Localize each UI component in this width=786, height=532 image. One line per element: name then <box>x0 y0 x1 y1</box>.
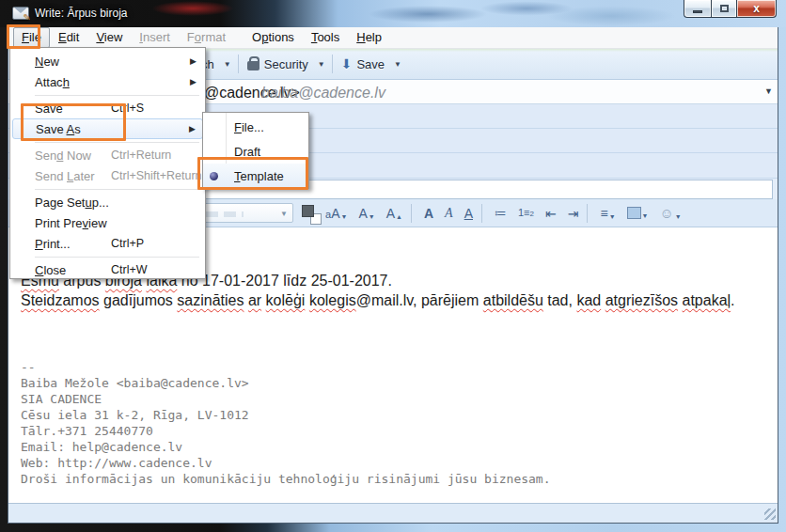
title-bar[interactable]: Write: Ārpus biroja <box>0 0 786 27</box>
menu-item-shortcut: Ctrl+Return <box>111 149 171 162</box>
menu-item-label: Page Setup... <box>35 196 111 210</box>
write-window: Write: Ārpus biroja x FileEditViewInsert… <box>0 0 786 532</box>
outdent-button[interactable]: ⇤ <box>542 205 560 222</box>
save-arrow-icon: ⬇ <box>341 57 353 70</box>
submenu-arrow-icon: ▶ <box>190 56 196 66</box>
signature-line: SIA CADENCE <box>21 392 778 408</box>
font-select-dropdown-arrow: ▼ <box>280 210 288 218</box>
annotation-box-save-as <box>21 103 126 141</box>
menu-item-label: Print Preview <box>35 216 111 230</box>
toolbar-separator <box>238 55 239 73</box>
message-text-segment: no 17-01-2017 līdz 25-01-2017. <box>177 273 392 289</box>
menu-item-label: Print... <box>35 237 111 251</box>
annotation-box-file <box>7 24 40 49</box>
message-text-segment: . <box>731 292 734 308</box>
save-button-label: Save <box>356 57 385 71</box>
menu-item-attach[interactable]: Attach▶ <box>12 71 203 92</box>
signature-line: Droši informācijas un komunikāciju tehno… <box>21 472 778 488</box>
menu-item-new[interactable]: New▶ <box>12 51 203 71</box>
signature-block: --Baiba Mežole <baiba@cadence.lv>SIA CAD… <box>21 360 778 488</box>
submenu-arrow-icon: ▶ <box>190 77 196 86</box>
menubar-item-format[interactable]: Format <box>179 27 234 48</box>
misspelled-word: atbildēšu <box>483 292 543 308</box>
minimize-button[interactable] <box>684 0 711 18</box>
smiley-icon: ☺ <box>660 206 674 220</box>
menu-item-shortcut: Ctrl+W <box>111 263 148 276</box>
italic-button[interactable]: A <box>441 205 457 222</box>
maximize-icon <box>720 5 729 12</box>
toolbar-separator <box>332 55 333 73</box>
message-line: Steidzamos gadījumos sazināties ar kolēģ… <box>21 292 778 312</box>
from-dropdown-arrow[interactable]: ▼ <box>764 86 773 96</box>
misspelled-word: atpakaļ <box>682 292 731 308</box>
menubar-item-help[interactable]: Help <box>348 27 390 48</box>
menu-item-label: Send Later <box>35 169 111 183</box>
bold-button[interactable]: A <box>420 205 437 222</box>
signature-line: -- <box>21 360 778 376</box>
toolbar-separator <box>481 204 482 223</box>
alignment-button[interactable]: ≡▼ <box>596 205 619 222</box>
window-title: Write: Ārpus biroja <box>35 7 127 20</box>
menubar-item-options[interactable]: Options <box>244 27 303 48</box>
menu-item-shortcut: Ctrl+Shift+Return <box>111 169 202 182</box>
menubar-item-view[interactable]: View <box>87 27 131 48</box>
message-text-segment: tad, <box>543 292 577 308</box>
attach-dropdown-arrow[interactable]: ▼ <box>220 60 235 69</box>
misspelled-word: kolēģi <box>266 292 306 308</box>
increase-font-size-button[interactable]: A▲ <box>383 205 406 222</box>
signature-line: Tālr.+371 25440770 <box>21 424 778 440</box>
from-address: baiba@cadence.lv <box>261 85 385 102</box>
message-text-segment: @mail.lv, pārējiem <box>356 292 483 308</box>
text-color-picker[interactable] <box>302 205 318 221</box>
insert-table-button[interactable]: ▼ <box>623 205 652 221</box>
misspelled-word: kad <box>576 292 601 308</box>
underline-button[interactable]: A <box>461 205 477 222</box>
security-button[interactable]: Security <box>242 54 314 75</box>
misspelled-word: atgriezīšos <box>605 292 678 308</box>
misspelled-word: ar <box>248 292 261 308</box>
menu-item-print[interactable]: Print...Ctrl+P <box>12 233 203 254</box>
lock-icon <box>247 61 259 70</box>
menu-item-label: Attach <box>35 75 111 89</box>
menubar-item-edit[interactable]: Edit <box>50 27 87 48</box>
menubar-item-insert[interactable]: Insert <box>131 27 179 48</box>
menu-item-label: New <box>35 55 111 69</box>
security-button-label: Security <box>264 57 308 71</box>
annotation-box-template <box>197 157 308 190</box>
smiley-button[interactable]: ☺▼ <box>656 204 685 222</box>
save-button[interactable]: ⬇ Save <box>336 54 390 75</box>
menu-item-label: Send Now <box>35 149 111 163</box>
numbered-list-button[interactable]: 1≡2 <box>514 206 538 220</box>
window-controls: x <box>684 0 777 19</box>
menu-item-page-setup[interactable]: Page Setup... <box>12 192 203 212</box>
save-dropdown-arrow[interactable]: ▼ <box>390 60 405 69</box>
indent-button[interactable]: ⇥ <box>564 205 583 222</box>
toolbar-separator <box>411 204 412 223</box>
status-bar <box>8 503 778 523</box>
signature-line: Cēsu iela 31 k-2, Rīga, LV-1012 <box>21 408 778 424</box>
menu-item-shortcut: Ctrl+P <box>111 237 144 250</box>
compose-mail-icon <box>12 7 29 20</box>
signature-line: Web: http://www.cadence.lv <box>21 456 778 472</box>
resize-grip[interactable] <box>764 509 776 520</box>
menu-item-send-now[interactable]: Send NowCtrl+Return <box>12 145 203 165</box>
decrease-font-size-button[interactable]: A▼ <box>354 205 378 222</box>
misspelled-word: sazināties <box>177 292 244 308</box>
submenu-arrow-icon: ▶ <box>189 124 196 133</box>
menu-item-close[interactable]: CloseCtrl+W <box>12 259 203 280</box>
file-menu: New▶Attach▶SaveCtrl+SSave As▶Send NowCtr… <box>9 47 206 279</box>
signature-line: Baiba Mežole <baiba@cadence.lv> <box>21 376 778 392</box>
menu-item-print-preview[interactable]: Print Preview <box>12 212 203 233</box>
bullet-list-button[interactable]: ≔ <box>491 205 511 221</box>
misspelled-word: kolegis <box>309 292 356 308</box>
menu-item-label: Close <box>35 263 111 277</box>
close-button[interactable]: x <box>737 0 777 18</box>
menubar-item-tools[interactable]: Tools <box>303 27 348 48</box>
font-size-button[interactable]: aA▼ <box>322 205 351 222</box>
maximize-button[interactable] <box>711 0 737 18</box>
foreground-color-swatch <box>302 205 314 217</box>
security-dropdown-arrow[interactable]: ▼ <box>314 60 329 69</box>
menu-item-send-later[interactable]: Send LaterCtrl+Shift+Return <box>12 165 203 186</box>
submenu-item-file[interactable]: File... <box>203 115 308 139</box>
submenu-item-label: File... <box>234 120 264 134</box>
